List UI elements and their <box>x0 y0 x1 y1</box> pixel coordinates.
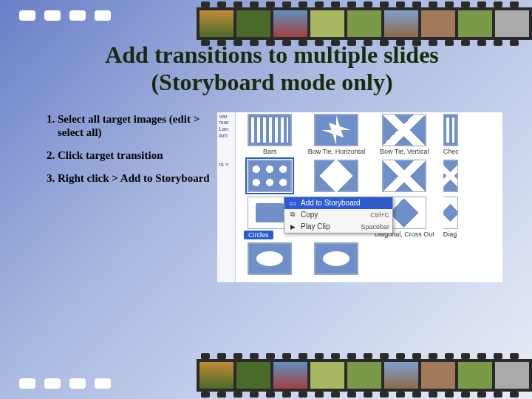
transition-bowtie-horizontal[interactable]: Bow Tie, Horizontal <box>306 112 366 157</box>
eye-icon <box>314 242 358 275</box>
cross-icon <box>443 160 458 192</box>
slide-title: Add transitions to multiple slides (Stor… <box>41 41 502 96</box>
diamond-icon <box>314 160 358 192</box>
menu-add-to-storyboard[interactable]: ▭ Add to Storyboard Ctrl+D <box>284 197 392 209</box>
taskpane-sidebar: Var mar Lan Arti rs » <box>217 112 236 282</box>
title-line-2: (Storyboard mode only) <box>151 69 392 95</box>
transitions-grid: Bars Bow Tie, Horizontal Bow Tie, Vertic… <box>239 112 502 276</box>
checker-icon <box>443 114 458 146</box>
selected-transition-label: Circles <box>244 231 273 239</box>
transition-r4c2[interactable] <box>306 241 366 276</box>
filmstrip-top <box>197 7 532 40</box>
cross-icon <box>382 160 426 192</box>
eye-icon <box>248 242 292 275</box>
title-line-1: Add transitions to multiple slides <box>105 41 439 68</box>
copy-icon: ⧉ <box>287 211 298 219</box>
circles-icon <box>248 160 292 192</box>
steps-list: Select all target images (edit > select … <box>41 112 211 282</box>
menu-play-clip[interactable]: ▶ Play Clip Spacebar <box>284 221 392 233</box>
transition-bars[interactable]: Bars <box>239 112 300 157</box>
bowtie-v-icon <box>382 114 426 146</box>
step-2: Click target transition <box>58 149 211 163</box>
transition-r2c4[interactable] <box>442 158 502 194</box>
transition-checker[interactable]: Chec <box>442 112 502 157</box>
context-menu: ▭ Add to Storyboard Ctrl+D ⧉ Copy Ctrl+C… <box>284 197 393 233</box>
transition-r4c1[interactable] <box>239 241 300 276</box>
embedded-screenshot: Var mar Lan Arti rs » Bars Bow Tie, Hori… <box>217 112 502 282</box>
bars-icon <box>248 114 292 146</box>
transition-bowtie-vertical[interactable]: Bow Tie, Vertical <box>373 112 436 157</box>
transition-r3c4[interactable]: Diag <box>442 195 502 239</box>
diagonal-icon <box>443 197 458 229</box>
transition-circles[interactable] <box>239 158 300 194</box>
step-3: Right click > Add to Storyboard <box>58 171 211 185</box>
film-sprockets-bottom <box>19 378 111 389</box>
filmstrip-bottom <box>197 359 532 392</box>
transition-diamond[interactable] <box>306 158 366 194</box>
play-icon: ▶ <box>287 222 298 231</box>
bowtie-h-icon <box>314 114 358 146</box>
storyboard-icon: ▭ <box>287 199 298 208</box>
step-1: Select all target images (edit > select … <box>58 112 211 140</box>
menu-copy[interactable]: ⧉ Copy Ctrl+C <box>284 209 392 221</box>
film-sprockets-top <box>19 10 111 21</box>
transition-r2c3[interactable] <box>373 158 436 194</box>
slide-content: Add transitions to multiple slides (Stor… <box>41 41 502 358</box>
